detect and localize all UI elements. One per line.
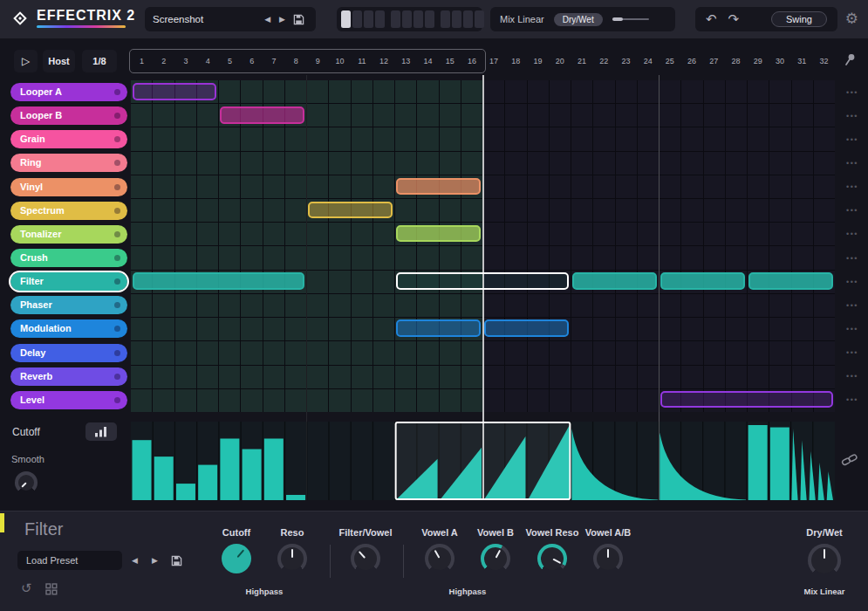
track-item-delay[interactable]: Delay bbox=[10, 344, 127, 362]
pattern-slot-5[interactable] bbox=[391, 10, 400, 28]
step-number[interactable]: 1 bbox=[131, 57, 153, 65]
step-number[interactable]: 8 bbox=[285, 57, 307, 65]
track-enable-dot[interactable] bbox=[114, 160, 120, 166]
track-menu-button[interactable]: ••• bbox=[839, 199, 865, 223]
step-block-spectrum[interactable] bbox=[308, 202, 393, 219]
track-enable-dot[interactable] bbox=[114, 278, 120, 285]
step-number[interactable]: 5 bbox=[219, 57, 241, 65]
pattern-slot-2[interactable] bbox=[352, 10, 362, 28]
step-block-looper-b[interactable] bbox=[220, 106, 304, 124]
settings-gear-icon[interactable]: ⚙ bbox=[845, 10, 858, 27]
pattern-slot-7[interactable] bbox=[413, 10, 423, 28]
step-number[interactable]: 20 bbox=[549, 57, 571, 65]
play-button[interactable]: ▷ bbox=[14, 50, 38, 72]
track-enable-dot[interactable] bbox=[114, 350, 120, 356]
track-item-crush[interactable]: Crush bbox=[10, 249, 127, 267]
track-item-phaser[interactable]: Phaser bbox=[10, 296, 127, 314]
step-block-filter[interactable] bbox=[133, 272, 305, 290]
step-block-filter[interactable] bbox=[396, 272, 569, 290]
track-enable-dot[interactable] bbox=[114, 374, 120, 380]
pin-icon[interactable] bbox=[843, 52, 857, 66]
drywet-mode-button[interactable]: Dry/Wet bbox=[554, 13, 603, 26]
track-menu-button[interactable]: ••• bbox=[839, 317, 865, 340]
step-number[interactable]: 28 bbox=[725, 57, 747, 65]
track-item-tonalizer[interactable]: Tonalizer bbox=[10, 225, 127, 244]
track-enable-dot[interactable] bbox=[114, 89, 120, 95]
step-number[interactable]: 21 bbox=[571, 57, 592, 65]
step-number[interactable]: 22 bbox=[593, 57, 615, 65]
track-item-level[interactable]: Level bbox=[10, 391, 127, 409]
step-number[interactable]: 7 bbox=[263, 57, 284, 65]
track-enable-dot[interactable] bbox=[114, 397, 120, 403]
track-enable-dot[interactable] bbox=[114, 136, 120, 142]
step-number[interactable]: 11 bbox=[351, 57, 372, 65]
step-number[interactable]: 9 bbox=[307, 57, 329, 65]
knob-vowel-a-b-dial[interactable] bbox=[593, 544, 623, 573]
mix-slider[interactable] bbox=[612, 18, 649, 20]
step-block-filter[interactable] bbox=[748, 272, 833, 290]
track-item-ring[interactable]: Ring bbox=[10, 154, 127, 172]
step-rate-button[interactable]: 1/8 bbox=[82, 50, 117, 72]
pattern-slot-1[interactable] bbox=[341, 10, 351, 28]
mix-slider-handle[interactable] bbox=[612, 17, 623, 21]
step-number[interactable]: 32 bbox=[813, 57, 835, 65]
track-item-filter[interactable]: Filter bbox=[10, 272, 127, 291]
track-menu-button[interactable]: ••• bbox=[839, 151, 865, 175]
smooth-knob-dial[interactable] bbox=[15, 471, 38, 494]
step-number[interactable]: 15 bbox=[439, 57, 461, 65]
track-item-spectrum[interactable]: Spectrum bbox=[10, 202, 127, 220]
track-enable-dot[interactable] bbox=[114, 184, 120, 190]
step-block-modulation[interactable] bbox=[484, 319, 569, 337]
track-menu-button[interactable]: ••• bbox=[839, 80, 865, 104]
swing-button[interactable]: Swing bbox=[771, 11, 827, 27]
track-enable-dot[interactable] bbox=[114, 302, 120, 308]
pattern-slot-4[interactable] bbox=[375, 10, 385, 28]
knob-dry-wet-dial[interactable] bbox=[808, 544, 841, 577]
step-number[interactable]: 14 bbox=[417, 57, 439, 65]
preset-name[interactable]: Screenshot bbox=[153, 14, 260, 24]
track-menu-button[interactable]: ••• bbox=[839, 388, 865, 412]
link-icon[interactable] bbox=[841, 453, 858, 470]
host-sync-button[interactable]: Host bbox=[43, 50, 75, 72]
step-block-vinyl[interactable] bbox=[396, 178, 481, 196]
track-menu-button[interactable]: ••• bbox=[839, 293, 865, 317]
step-number[interactable]: 3 bbox=[174, 57, 196, 65]
step-number[interactable]: 6 bbox=[241, 57, 263, 65]
track-item-modulation[interactable]: Modulation bbox=[10, 319, 127, 338]
pattern-slot-10[interactable] bbox=[452, 10, 461, 28]
undo-icon[interactable]: ↶ bbox=[706, 13, 717, 26]
step-number[interactable]: 17 bbox=[483, 57, 505, 65]
automation-display-button[interactable] bbox=[85, 422, 117, 441]
knob-cutoff-dial[interactable] bbox=[222, 544, 251, 573]
step-number[interactable]: 4 bbox=[197, 57, 219, 65]
track-menu-button[interactable]: ••• bbox=[839, 246, 865, 270]
track-menu-button[interactable]: ••• bbox=[839, 365, 865, 388]
track-menu-button[interactable]: ••• bbox=[839, 104, 865, 127]
track-enable-dot[interactable] bbox=[114, 326, 120, 332]
track-item-looper-a[interactable]: Looper A bbox=[10, 83, 127, 101]
track-menu-button[interactable]: ••• bbox=[839, 223, 865, 246]
preset-next-button[interactable]: ▶ bbox=[275, 15, 290, 24]
track-enable-dot[interactable] bbox=[114, 255, 120, 261]
pattern-slot-11[interactable] bbox=[463, 10, 473, 28]
pattern-slot-12[interactable] bbox=[475, 10, 484, 28]
track-enable-dot[interactable] bbox=[114, 208, 120, 214]
step-number[interactable]: 10 bbox=[329, 57, 351, 65]
pattern-slot-3[interactable] bbox=[364, 10, 373, 28]
knob-filter-vowel-dial[interactable] bbox=[351, 544, 380, 573]
knob-vowel-b-dial[interactable] bbox=[481, 544, 510, 573]
step-number[interactable]: 24 bbox=[637, 57, 659, 65]
track-enable-dot[interactable] bbox=[114, 231, 120, 237]
step-block-looper-a[interactable] bbox=[133, 83, 217, 100]
track-enable-dot[interactable] bbox=[114, 113, 120, 119]
automation-lane[interactable] bbox=[131, 422, 835, 500]
track-item-grain[interactable]: Grain bbox=[10, 130, 127, 148]
step-number[interactable]: 29 bbox=[747, 57, 769, 65]
step-number[interactable]: 26 bbox=[680, 57, 702, 65]
step-number[interactable]: 30 bbox=[769, 57, 790, 65]
step-number[interactable]: 25 bbox=[659, 57, 680, 65]
track-item-looper-b[interactable]: Looper B bbox=[10, 106, 127, 125]
step-number[interactable]: 16 bbox=[461, 57, 482, 65]
knob-reso-dial[interactable] bbox=[277, 544, 307, 573]
smooth-knob[interactable] bbox=[15, 471, 38, 494]
